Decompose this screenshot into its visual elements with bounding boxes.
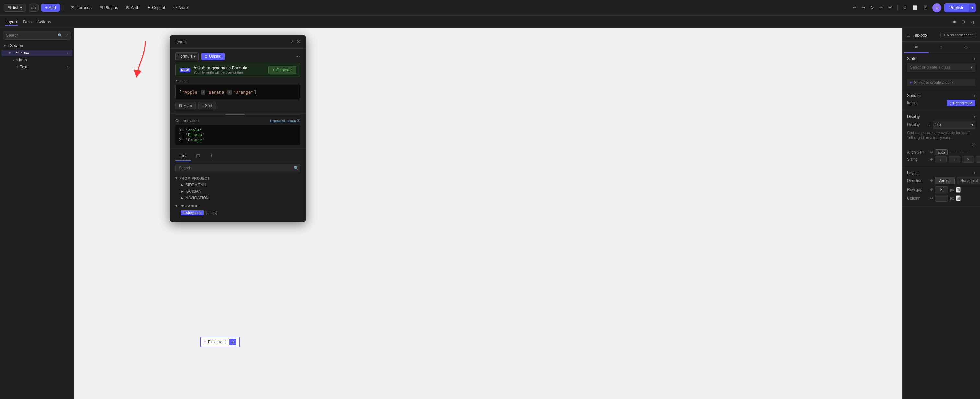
more-nav[interactable]: ⋯ More [170,4,191,11]
unbind-button[interactable]: ⊙ Unbind [201,53,224,60]
column-grid-icon[interactable]: ⊞ [956,195,961,201]
flexbox-icon: □ [12,51,14,55]
sidemenu-item[interactable]: ▶ SIDEMENU [175,182,301,188]
expected-format[interactable]: Expected format ⓘ [270,118,301,123]
sizing-option-1[interactable]: ↕ [935,156,947,162]
search-icon[interactable]: 🔍 [56,32,64,39]
align-self-link[interactable]: ⊙ [930,150,933,154]
add-button[interactable]: + Add [41,3,60,12]
lang-selector[interactable]: en [29,4,38,12]
sizing-option-2[interactable]: ↑ [948,156,960,162]
tablet-view[interactable]: ⬜ [911,4,919,11]
undo-button[interactable]: ↩ [852,4,858,11]
tab-variable[interactable]: {x} [175,151,191,161]
generate-button[interactable]: ✦ Generate [268,66,296,74]
search-box: 🔍 ⤢ [3,31,71,40]
tab-layout[interactable]: Layout [5,18,18,26]
plugins-nav[interactable]: ⊞ Plugins [97,4,121,11]
desktop-view[interactable]: 🖥 [902,4,908,11]
kanban-item[interactable]: ▶ KANBAN [175,188,301,195]
display-section-header[interactable]: Display ▾ [907,114,975,119]
navigation-item[interactable]: ▶ NAVIGATION [175,195,301,201]
formula-input[interactable]: [ "Apple" • "Banana" • "Orange" ] [175,85,301,99]
app-icon: ⊞ [8,5,11,10]
text-type-icon: T [17,65,19,69]
publish-dropdown-button[interactable]: ▾ [968,3,976,12]
edit-formula-button[interactable]: ƒ Edit formula [947,100,975,106]
state-dropdown[interactable]: Select or create a class ▾ [907,63,975,72]
tab-database[interactable]: ⊡ [191,151,205,161]
publish-button[interactable]: Publish [944,3,968,12]
expand-icon[interactable]: ⤢ [64,32,70,39]
state-section-header[interactable]: State ▾ [907,56,975,61]
user-avatar[interactable]: U [932,3,942,12]
sizing-option-3[interactable]: ✕ [962,156,974,162]
display-link-icon[interactable]: ⊙ [928,123,931,127]
sizing-option-4[interactable]: ⤢ [976,156,980,162]
new-component-button[interactable]: + New component [940,32,975,38]
tree-item-text[interactable]: T Text ⊙ [1,64,72,70]
this-instance-item[interactable]: thisInstance {empty} [175,209,301,216]
tab-data[interactable]: Data [23,18,32,25]
flexbox-canvas-elem[interactable]: □ Flexbox ⋮ ⊙ [200,337,240,347]
refresh-button[interactable]: ↻ [869,4,875,11]
row-gap-input[interactable] [935,186,948,193]
pen-button[interactable]: ✏ [878,4,884,11]
app-selector[interactable]: ⊞ list ▾ [4,3,26,12]
row-gap-grid-icon[interactable]: ⊞ [956,187,961,193]
redo-button[interactable]: ↪ [861,4,867,11]
mobile-view[interactable]: 📱 [922,4,930,11]
left-sidebar: 🔍 ⤢ ▾ □ Section ▾ □ Flexbox ⊙ ▾ □ Item T… [0,29,74,399]
copy-icon[interactable]: ⊕ [951,18,958,25]
ai-new-badge: NEW [180,68,190,72]
layout-section-header[interactable]: Layout ▾ [907,171,975,175]
row-gap-link[interactable]: ⊙ [930,188,933,192]
rs-tab-pencil[interactable]: ✏ [904,42,929,53]
tab-actions[interactable]: Actions [37,18,51,25]
add-class-button[interactable]: + Select or create a class [907,79,975,86]
tree-item-section[interactable]: ▾ □ Section [1,43,72,49]
modal-close-button[interactable]: ✕ [296,39,301,45]
flexbox-link-button[interactable]: ⊙ [229,339,236,345]
column-input[interactable] [935,195,948,202]
tab-formula[interactable]: ƒ [205,151,218,161]
navbar-right: U Publish ▾ [932,3,976,12]
modal-search-input[interactable] [175,164,301,172]
column-link[interactable]: ⊙ [930,196,933,200]
specific-section-header[interactable]: Specific ▾ [907,93,975,98]
auth-nav[interactable]: ⊙ Auth [123,4,142,11]
rs-header: □ Flexbox + New component [902,29,980,42]
flexbox-dots-icon[interactable]: ⋮ [224,340,228,344]
rs-tab-layout[interactable]: ↕ [929,42,954,53]
scrollbar-area[interactable] [175,114,301,115]
direction-horizontal[interactable]: Horizontal [957,177,980,184]
direction-vertical[interactable]: Vertical [935,177,955,184]
copilot-nav[interactable]: ✦ Copilot [145,4,167,11]
from-project-header[interactable]: ▾ FROM PROJECT [175,175,301,182]
collapse-icon[interactable]: ◁ [969,18,975,25]
items-modal: Items ⤢ ✕ Formula ▾ ⊙ [170,35,306,222]
expected-format-label: Expected format [270,119,296,123]
display-select[interactable]: flex ▾ [933,121,975,129]
frame-icon[interactable]: ⊡ [960,18,966,25]
direction-link[interactable]: ⊙ [930,178,933,183]
preview-button[interactable]: 👁 [887,4,894,11]
modal-expand-button[interactable]: ⤢ [290,39,294,45]
libraries-nav[interactable]: ⊡ Libraries [68,4,94,11]
layout-section-title: Layout [907,171,919,175]
instance-header[interactable]: ▾ INSTANCE [175,202,301,209]
tree-item-item[interactable]: ▾ □ Item [1,57,72,63]
formula-dropdown[interactable]: Formula ▾ [175,52,199,60]
sizing-link[interactable]: ⊙ [930,157,933,162]
align-dash-1: — [950,149,954,155]
align-auto-option[interactable]: auto [935,149,948,155]
edit-formula-icon: ƒ [950,101,952,105]
items-label: Items [907,101,916,105]
current-value-label: Current value [175,119,199,123]
tree-item-flexbox[interactable]: ▾ □ Flexbox ⊙ [1,49,72,56]
layout-collapse-icon: ▾ [974,171,975,175]
sort-button[interactable]: ↕ Sort [198,102,216,110]
formula-more-button[interactable]: ⋯ [295,53,301,60]
filter-button[interactable]: ⊟ Filter [175,102,196,110]
rs-tab-style[interactable]: ◇ [954,42,979,53]
